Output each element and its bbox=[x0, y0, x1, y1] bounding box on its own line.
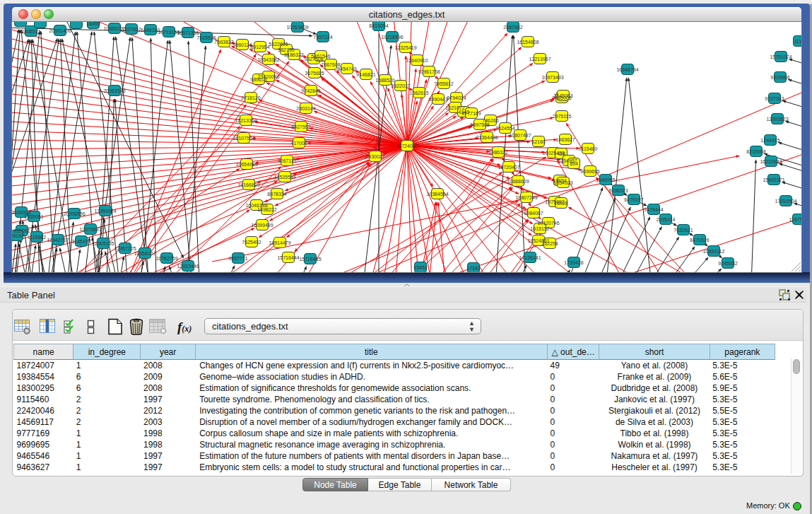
svg-text:15751074: 15751074 bbox=[770, 54, 792, 59]
svg-text:1167533: 1167533 bbox=[789, 217, 801, 222]
svg-text:15692371: 15692371 bbox=[763, 177, 784, 182]
svg-text:1244415: 1244415 bbox=[760, 138, 779, 143]
svg-text:8186323: 8186323 bbox=[284, 52, 303, 57]
svg-text:8471626: 8471626 bbox=[690, 238, 709, 243]
svg-text:1733426: 1733426 bbox=[564, 260, 583, 265]
svg-text:2930027: 2930027 bbox=[365, 154, 384, 159]
svg-text:12325419: 12325419 bbox=[394, 45, 416, 50]
svg-text:16459: 16459 bbox=[86, 22, 100, 26]
svg-text:7632621: 7632621 bbox=[673, 228, 693, 233]
svg-text:7663822: 7663822 bbox=[214, 40, 233, 45]
svg-text:14136141: 14136141 bbox=[519, 255, 541, 260]
svg-text:9084067: 9084067 bbox=[524, 211, 543, 216]
svg-text:8215958: 8215958 bbox=[746, 149, 765, 154]
svg-text:9115460: 9115460 bbox=[579, 146, 598, 151]
svg-text:19654985: 19654985 bbox=[235, 162, 257, 167]
svg-text:93452: 93452 bbox=[413, 265, 428, 270]
svg-text:1640955: 1640955 bbox=[596, 177, 615, 182]
svg-text:9146821: 9146821 bbox=[356, 72, 375, 77]
svg-text:5322037: 5322037 bbox=[391, 83, 410, 88]
svg-text:9227343: 9227343 bbox=[765, 96, 784, 101]
svg-text:19218596: 19218596 bbox=[381, 35, 403, 40]
svg-text:16648784: 16648784 bbox=[616, 67, 638, 72]
svg-text:8938923: 8938923 bbox=[608, 188, 628, 193]
svg-text:3267115: 3267115 bbox=[278, 158, 297, 163]
svg-text:7625402: 7625402 bbox=[242, 240, 261, 245]
svg-text:3624554: 3624554 bbox=[495, 126, 514, 131]
svg-text:12213967: 12213967 bbox=[529, 57, 551, 62]
svg-text:417004: 417004 bbox=[290, 141, 307, 146]
svg-text:8878334: 8878334 bbox=[267, 192, 286, 197]
svg-text:8427552: 8427552 bbox=[291, 124, 310, 129]
svg-text:39159: 39159 bbox=[12, 233, 24, 238]
svg-text:13535594: 13535594 bbox=[273, 175, 295, 180]
svg-text:17957225: 17957225 bbox=[114, 246, 136, 251]
svg-text:10053809: 10053809 bbox=[286, 25, 308, 30]
svg-text:19384554: 19384554 bbox=[426, 192, 448, 197]
svg-text:9242845: 9242845 bbox=[301, 88, 320, 93]
svg-text:12505135: 12505135 bbox=[92, 241, 114, 246]
svg-text:1463627: 1463627 bbox=[555, 137, 575, 142]
svg-text:16671355: 16671355 bbox=[177, 30, 199, 35]
svg-text:16543382: 16543382 bbox=[257, 57, 279, 62]
svg-text:20053346: 20053346 bbox=[103, 88, 125, 93]
svg-text:9860124: 9860124 bbox=[233, 42, 252, 47]
svg-text:6497568: 6497568 bbox=[470, 122, 489, 127]
svg-text:15720407: 15720407 bbox=[498, 165, 519, 170]
svg-text:2935114: 2935114 bbox=[657, 217, 676, 222]
svg-text:18724007: 18724007 bbox=[396, 144, 418, 148]
svg-text:16210643: 16210643 bbox=[760, 159, 782, 164]
svg-text:7515526: 7515526 bbox=[196, 35, 216, 40]
svg-text:12942717: 12942717 bbox=[47, 238, 69, 243]
svg-text:18807249: 18807249 bbox=[515, 195, 537, 200]
svg-text:16099489: 16099489 bbox=[251, 223, 273, 228]
svg-text:1112: 1112 bbox=[794, 39, 801, 44]
svg-text:16107554: 16107554 bbox=[233, 136, 254, 141]
svg-text:438: 438 bbox=[557, 151, 565, 156]
svg-text:16154808: 16154808 bbox=[517, 40, 539, 45]
svg-text:21364436: 21364436 bbox=[476, 135, 498, 140]
svg-text:13640910: 13640910 bbox=[406, 58, 428, 63]
svg-text:2718126: 2718126 bbox=[241, 95, 260, 100]
svg-text:10961758: 10961758 bbox=[418, 69, 440, 74]
svg-text:8813054: 8813054 bbox=[369, 23, 388, 28]
svg-text:15716485: 15716485 bbox=[299, 257, 321, 262]
svg-text:9857771: 9857771 bbox=[228, 256, 247, 261]
svg-text:12093823: 12093823 bbox=[766, 117, 788, 122]
svg-text:10958107: 10958107 bbox=[134, 251, 155, 256]
svg-text:6794024: 6794024 bbox=[447, 95, 466, 100]
svg-text:20206556: 20206556 bbox=[63, 211, 85, 216]
svg-text:10654112: 10654112 bbox=[703, 249, 725, 254]
svg-text:19166829: 19166829 bbox=[237, 182, 259, 187]
svg-text:1654923: 1654923 bbox=[553, 180, 572, 185]
svg-text:10120746: 10120746 bbox=[537, 221, 559, 226]
svg-text:935061: 935061 bbox=[13, 228, 30, 233]
svg-text:15716444: 15716444 bbox=[277, 255, 299, 260]
svg-text:2975115: 2975115 bbox=[553, 114, 572, 119]
svg-text:2405571: 2405571 bbox=[21, 29, 40, 34]
svg-text:6479197: 6479197 bbox=[624, 197, 643, 202]
svg-text:10807487: 10807487 bbox=[509, 133, 531, 138]
svg-text:2687682: 2687682 bbox=[503, 25, 522, 30]
svg-text:12975887: 12975887 bbox=[79, 227, 101, 232]
svg-text:10688609: 10688609 bbox=[507, 179, 529, 184]
svg-text:1615152: 1615152 bbox=[530, 226, 549, 231]
svg-text:8990443: 8990443 bbox=[428, 97, 447, 102]
svg-text:9245052: 9245052 bbox=[718, 261, 737, 266]
svg-text:16782759: 16782759 bbox=[155, 256, 177, 261]
svg-text:9777169: 9777169 bbox=[461, 111, 481, 116]
svg-text:8454749: 8454749 bbox=[337, 66, 356, 71]
svg-text:62160: 62160 bbox=[531, 139, 546, 144]
svg-text:1355061: 1355061 bbox=[24, 214, 43, 219]
svg-text:5322605: 5322605 bbox=[269, 42, 288, 47]
svg-text:17010504: 17010504 bbox=[775, 199, 796, 204]
svg-text:5461546: 5461546 bbox=[311, 54, 330, 59]
svg-text:3675685: 3675685 bbox=[305, 71, 324, 76]
svg-text:12923446: 12923446 bbox=[177, 264, 199, 269]
svg-text:17359924: 17359924 bbox=[94, 209, 116, 214]
svg-text:1498222: 1498222 bbox=[257, 207, 276, 212]
svg-text:12213369: 12213369 bbox=[235, 118, 257, 123]
svg-text:7357224: 7357224 bbox=[313, 35, 332, 40]
svg-text:16914479: 16914479 bbox=[269, 240, 290, 245]
svg-text:7955812: 7955812 bbox=[434, 81, 453, 86]
